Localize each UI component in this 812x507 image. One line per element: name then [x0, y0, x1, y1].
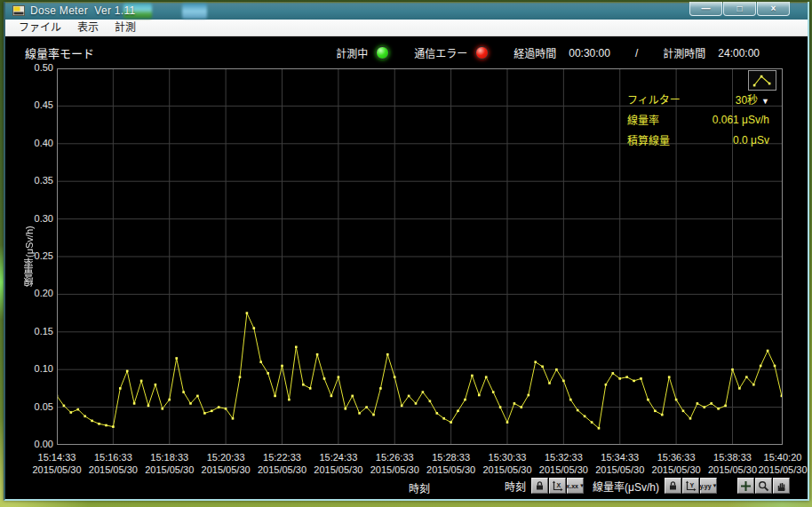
- x-lock-button[interactable]: [531, 478, 548, 494]
- cumulative-dose-value: 0.0 μSv: [733, 134, 769, 147]
- comm-error-led-icon: [475, 46, 489, 59]
- y-tick-label: 0.15: [5, 326, 53, 337]
- app-window: Dose Meter Ver 1.11 — □ × ファイル 表示 計測 線量率…: [4, 2, 809, 501]
- y-tick-label: 0.30: [5, 213, 53, 224]
- filter-dropdown[interactable]: 30秒▼: [736, 91, 769, 107]
- menu-file[interactable]: ファイル: [11, 20, 69, 36]
- duration-label: 計測時間: [663, 45, 705, 60]
- graph-palette: 時刻 X x.xx▼: [505, 478, 790, 494]
- svg-text:X: X: [557, 482, 561, 488]
- y-tick-label: 0.05: [5, 401, 53, 412]
- x-axis-title: 時刻: [384, 480, 455, 495]
- filter-label: フィルター: [627, 91, 681, 107]
- elapsed-label: 経過時間: [513, 45, 556, 60]
- time-separator: /: [635, 47, 638, 59]
- title-bar[interactable]: Dose Meter Ver 1.11 — □ ×: [5, 2, 808, 20]
- crosshair-icon: [740, 480, 752, 492]
- y-tick-label: 0.35: [5, 175, 53, 186]
- app-icon: [12, 5, 25, 16]
- x-autoscale-button[interactable]: X: [549, 478, 566, 494]
- window-title: Dose Meter Ver 1.11: [30, 4, 136, 17]
- close-button[interactable]: ×: [757, 2, 790, 16]
- hand-icon: [776, 480, 787, 492]
- page-title: 線量率モード: [25, 44, 94, 61]
- client-area: 線量率モード 計測中 通信エラー 経過時間 00:30:00 / 計測時間 24…: [5, 36, 804, 497]
- x-format-button[interactable]: x.xx▼: [567, 478, 584, 494]
- y-tick-label: 0.50: [5, 62, 53, 73]
- maximize-button[interactable]: □: [723, 2, 756, 16]
- autoscale-x-icon: X: [552, 480, 563, 492]
- menu-view[interactable]: 表示: [69, 20, 107, 36]
- y-tick-label: 0.00: [5, 439, 53, 449]
- y-lock-button[interactable]: [665, 478, 681, 494]
- autoscale-y-icon: Y: [685, 480, 697, 492]
- crosshair-tool-button[interactable]: [737, 478, 754, 494]
- y-tick-label: 0.10: [5, 363, 53, 374]
- cumulative-dose-label: 積算線量: [627, 132, 670, 147]
- measuring-label: 計測中: [336, 45, 368, 60]
- y-tick-label: 0.25: [5, 250, 53, 261]
- pan-tool-button[interactable]: [773, 478, 790, 494]
- x-tick-label: 15:40:202015/05/30: [745, 451, 812, 476]
- y-autoscale-button[interactable]: Y: [682, 478, 699, 494]
- y-scale-label: 線量率(μSv/h): [593, 479, 659, 494]
- svg-text:Y: Y: [690, 482, 695, 488]
- zoom-tool-button[interactable]: [755, 478, 772, 494]
- dose-rate-value: 0.061 μSv/h: [712, 114, 769, 126]
- y-tick-label: 0.40: [5, 138, 53, 148]
- status-bar: 計測中 通信エラー 経過時間 00:30:00 / 計測時間 24:00:00: [336, 45, 760, 60]
- magnifier-icon: [758, 480, 769, 492]
- y-format-button[interactable]: y.yy▼: [700, 478, 717, 494]
- desktop-icon-ghost: [182, 4, 207, 19]
- lock-icon: [535, 480, 545, 491]
- minimize-button[interactable]: —: [689, 2, 722, 16]
- readout-panel: フィルター 30秒▼ 線量率 0.061 μSv/h 積算線量 0.0 μSv: [627, 89, 769, 150]
- elapsed-value: 00:30:00: [569, 47, 610, 59]
- y-tick-label: 0.20: [5, 288, 53, 298]
- chevron-down-icon: ▼: [761, 97, 769, 106]
- duration-value: 24:00:00: [718, 47, 760, 59]
- plot-legend-style-button[interactable]: [748, 70, 776, 91]
- lock-icon: [668, 480, 678, 491]
- menu-bar: ファイル 表示 計測: [5, 20, 808, 36]
- menu-measure[interactable]: 計測: [107, 20, 144, 36]
- line-plot-glyph-icon: [751, 73, 774, 88]
- y-tick-label: 0.45: [5, 99, 53, 110]
- comm-error-label: 通信エラー: [414, 45, 467, 60]
- chevron-down-icon: ▼: [712, 483, 718, 488]
- x-scale-label: 時刻: [505, 479, 526, 494]
- measuring-led-icon: [376, 46, 389, 59]
- dose-rate-label: 線量率: [627, 112, 659, 127]
- chevron-down-icon: ▼: [579, 483, 585, 488]
